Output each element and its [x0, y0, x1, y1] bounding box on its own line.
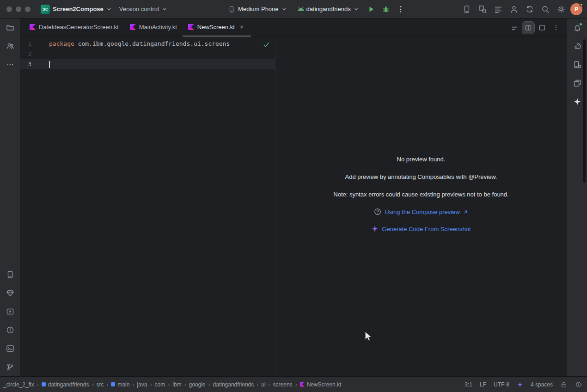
gemini-status-icon[interactable] — [517, 381, 523, 388]
code-view-icon — [511, 24, 518, 31]
text-caret — [49, 61, 50, 68]
code-line-caret[interactable]: 3 — [20, 59, 275, 69]
run-configuration-selector[interactable]: datingandfriends — [293, 3, 363, 15]
titlebar-right-actions: P — [460, 3, 583, 16]
terminal-tool-button[interactable] — [4, 342, 17, 355]
preview-scrollbar[interactable] — [583, 39, 586, 183]
module-icon — [42, 382, 46, 386]
editor-column: DateIdeasGeneratorScreen.kt MainActivity… — [20, 18, 567, 376]
settings-button[interactable] — [555, 3, 568, 16]
commit-tool-button[interactable] — [4, 40, 17, 53]
device-manager-button[interactable] — [571, 58, 584, 71]
app-quality-insights-tool-button[interactable] — [4, 287, 17, 300]
avatar[interactable]: P — [570, 3, 582, 15]
close-tab-icon[interactable]: × — [238, 24, 245, 31]
code-line[interactable]: 2 — [20, 49, 275, 59]
check-icon — [262, 41, 270, 49]
caret-position-widget[interactable]: 3:1 — [465, 381, 472, 388]
code-editor[interactable]: 1 package com.ibm.google.datingandfriend… — [20, 37, 275, 376]
kotlin-file-icon — [300, 382, 305, 387]
gemini-tool-button[interactable] — [571, 95, 584, 108]
tab-newscreen[interactable]: NewScreen.kt × — [183, 18, 251, 37]
line-number[interactable]: 3 — [20, 59, 31, 69]
build-variants-button[interactable] — [571, 77, 584, 90]
gear-icon — [556, 5, 566, 14]
breadcrumb-item[interactable]: _circle_2_fix — [2, 380, 36, 389]
external-link-icon — [463, 209, 468, 214]
generate-code-from-screenshot-link[interactable]: Generate Code From Screenshot — [371, 225, 471, 233]
version-control-tool-button[interactable] — [4, 361, 17, 374]
chevron-down-icon — [106, 6, 112, 12]
breadcrumb: _circle_2_fix › datingandfriends › src ›… — [2, 380, 342, 389]
breadcrumb-separator: › — [295, 381, 298, 388]
person-icon — [509, 5, 519, 14]
compose-preview-help-link[interactable]: Using the Compose preview — [374, 208, 468, 215]
breadcrumb-separator: › — [91, 381, 94, 388]
project-selector[interactable]: SC Screen2Compose — [37, 2, 116, 16]
breadcrumb-item[interactable]: datingandfriends — [40, 380, 91, 389]
breadcrumb-item[interactable]: screens — [272, 380, 294, 389]
preview-message-title: No preview found. — [397, 155, 446, 163]
tab-options-button[interactable] — [550, 22, 562, 34]
statusbar-widgets: 3:1 LF UTF-8 4 spaces — [465, 381, 582, 388]
chevron-down-icon — [162, 6, 167, 12]
breadcrumb-separator: › — [132, 381, 135, 388]
line-separator-widget[interactable]: LF — [480, 381, 486, 388]
chevron-down-icon — [354, 6, 359, 12]
tab-dateideasgeneratorscreen[interactable]: DateIdeasGeneratorScreen.kt — [24, 18, 124, 37]
run-button[interactable] — [365, 3, 378, 16]
layout-inspector-button[interactable] — [476, 3, 489, 16]
breadcrumb-item[interactable]: java — [135, 380, 148, 389]
indent-widget[interactable]: 4 spaces — [531, 381, 553, 388]
tab-mainactivity[interactable]: MainActivity.kt — [124, 18, 183, 37]
device-icon — [6, 270, 15, 279]
breadcrumb-item[interactable]: com — [153, 380, 166, 389]
more-tool-windows-button[interactable] — [4, 58, 17, 71]
avatar-notification-dot — [580, 3, 583, 6]
code-line[interactable]: 1 package com.ibm.google.datingandfriend… — [20, 39, 275, 49]
gem-icon — [6, 288, 15, 298]
debug-button[interactable] — [379, 3, 392, 16]
link-label: Using the Compose preview — [385, 208, 460, 215]
close-window-button[interactable] — [6, 6, 12, 12]
split-view-button[interactable] — [522, 22, 534, 34]
notifications-button[interactable] — [571, 21, 584, 34]
search-everywhere-button[interactable] — [539, 3, 552, 16]
info-icon[interactable] — [575, 381, 582, 388]
running-devices-tool-button[interactable] — [4, 268, 17, 281]
breadcrumb-item[interactable]: google — [187, 380, 207, 389]
problems-tool-button[interactable] — [4, 324, 17, 337]
breadcrumb-item[interactable]: ui — [260, 380, 267, 389]
breadcrumb-item[interactable]: datingandfriends — [212, 380, 256, 389]
logcat-button[interactable] — [492, 3, 505, 16]
breadcrumb-item[interactable]: ibm — [171, 380, 183, 389]
gradle-sync-button[interactable] — [523, 3, 536, 16]
titlebar: SC Screen2Compose Version control Medium… — [0, 0, 587, 18]
gradle-tool-button[interactable] — [571, 40, 584, 53]
sparkle-icon — [371, 225, 379, 233]
device-selector[interactable]: Medium Phone — [224, 3, 290, 15]
minimize-window-button[interactable] — [16, 6, 21, 12]
breadcrumb-item[interactable]: src — [95, 380, 105, 389]
code-view-button[interactable] — [508, 22, 520, 34]
zoom-window-button[interactable] — [25, 6, 31, 12]
more-actions-button[interactable] — [394, 3, 407, 16]
editor-mode-switcher — [508, 18, 567, 37]
android-icon — [296, 6, 304, 13]
line-number[interactable]: 2 — [20, 49, 31, 59]
inspection-status-widget[interactable] — [262, 41, 270, 50]
run-toolbar: Medium Phone datingandfriends — [224, 3, 407, 16]
breadcrumb-item-file[interactable]: NewScreen.kt — [299, 380, 343, 389]
project-tool-button[interactable] — [4, 21, 17, 34]
lock-icon[interactable] — [560, 381, 568, 388]
run-tool-button[interactable] — [4, 305, 17, 318]
line-number[interactable]: 1 — [20, 39, 31, 49]
breadcrumb-item[interactable]: main — [110, 380, 131, 389]
encoding-widget[interactable]: UTF-8 — [494, 381, 509, 388]
running-devices-button[interactable] — [460, 3, 473, 16]
design-view-button[interactable] — [536, 22, 548, 34]
code-with-me-button[interactable] — [508, 3, 520, 16]
split-view-icon — [525, 24, 532, 31]
version-control-menu[interactable]: Version control — [116, 3, 171, 15]
breadcrumb-separator: › — [183, 381, 186, 388]
